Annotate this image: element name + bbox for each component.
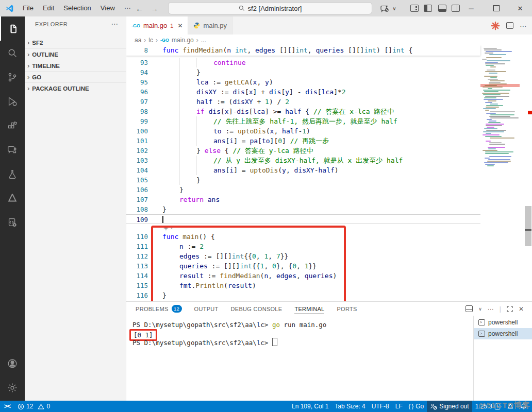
sidebar-section-go[interactable]: ›GO <box>25 71 126 82</box>
copilot-chevron-icon[interactable]: ∨ <box>391 0 398 16</box>
code-line-104[interactable]: 104ans[i] = uptoDis(y, disXY-half) <box>126 165 480 175</box>
panel-tab-output[interactable]: OUTPUT <box>194 304 219 314</box>
nav-forward-icon: → <box>151 4 158 13</box>
copilot-icon[interactable] <box>378 0 391 16</box>
menu-item-more[interactable]: ⋯ <box>120 0 136 16</box>
panel-tab-debug-console[interactable]: DEBUG CONSOLE <box>231 304 282 314</box>
notifications-bell-icon[interactable] <box>517 401 530 412</box>
maximize-button[interactable] <box>485 0 508 16</box>
go-file-icon: -GO <box>131 23 140 28</box>
menu-item-edit[interactable]: Edit <box>38 0 59 16</box>
editor-scrollbar[interactable] <box>525 206 531 246</box>
breadcrumb-item[interactable]: lc <box>148 37 153 44</box>
error-icon <box>18 403 24 410</box>
go-gopher-icon[interactable] <box>504 401 517 412</box>
search-view-icon[interactable] <box>0 41 25 65</box>
settings-gear-icon[interactable] <box>0 375 25 400</box>
code-editor[interactable]: 8func findMedian(n int, edges [][]int, q… <box>126 45 532 301</box>
tab-main-py[interactable]: main.py <box>188 16 232 35</box>
code-line-99[interactable]: 99// 先往上跳至多 half-1, 然后再跳一步, 就是至少 half <box>126 116 480 126</box>
run-debug-icon[interactable] <box>0 89 25 113</box>
nav-back-icon[interactable]: ← <box>136 4 143 13</box>
terminal-line[interactable]: PS D:\mysetup\gopath\src\sf2\aa\lc> <box>132 338 473 347</box>
line-number: 102 <box>126 146 148 156</box>
terminal-list-item[interactable]: >powershell <box>474 328 532 339</box>
sticky-scroll-line[interactable]: 8func findMedian(n int, edges [][]int, q… <box>126 45 480 56</box>
source-control-icon[interactable] <box>0 65 25 89</box>
minimize-button[interactable]: ─ <box>459 0 483 16</box>
breadcrumb-item[interactable]: main.go <box>172 37 194 44</box>
code-settings-icon[interactable] <box>0 210 25 234</box>
account-icon[interactable] <box>0 351 25 375</box>
code-line-98[interactable]: 98if dis[x]-dis[lca] >= half { // 答案在 x-… <box>126 107 480 116</box>
cursor-position[interactable]: Ln 109, Col 1 <box>289 401 331 412</box>
code-line-102[interactable]: 102} else { // 答案在 y-lca 路径中 <box>126 146 480 156</box>
terminal-output[interactable]: PS D:\mysetup\gopath\src\sf2\aa\lc> go r… <box>126 316 473 401</box>
extension-action-icon[interactable] <box>491 21 500 30</box>
sidebar-more-icon[interactable]: ⋯ <box>111 20 119 28</box>
chevron-right-icon: › <box>27 50 29 58</box>
maximize-panel-icon[interactable] <box>507 306 513 312</box>
command-center-search[interactable]: sf2 [Administrator] <box>168 2 372 14</box>
terminal-icon: > <box>478 331 485 337</box>
toggle-panel-icon[interactable] <box>436 0 448 16</box>
sidebar-section-package-outline[interactable]: ›PACKAGE OUTLINE <box>25 82 126 94</box>
panel-tab-problems[interactable]: PROBLEMS12 <box>136 303 182 315</box>
explorer-icon[interactable] <box>0 16 25 41</box>
status-bar: >< 12 0 Ln 109, Col 1 Tab Size: 4 UTF-8 … <box>0 401 532 412</box>
extensions-icon[interactable] <box>0 113 25 138</box>
editor-more-icon[interactable]: ⋯ <box>520 22 527 30</box>
panel-more-icon[interactable]: ··· <box>488 305 494 313</box>
code-line-107[interactable]: 107return ans <box>126 195 480 204</box>
go-version[interactable]: 1.25.3 <box>472 401 504 412</box>
toggle-primary-sidebar-icon[interactable] <box>422 0 434 16</box>
problems-status[interactable]: 12 0 <box>14 401 53 412</box>
go-view-icon[interactable] <box>0 186 25 210</box>
panel-tab-ports[interactable]: PORTS <box>337 304 357 314</box>
line-number: 97 <box>126 97 148 107</box>
remote-indicator[interactable]: >< <box>0 401 14 412</box>
eol-indicator[interactable]: LF <box>392 401 406 412</box>
line-number: 94 <box>126 67 148 77</box>
code-line-109[interactable]: 109 <box>126 214 480 224</box>
testing-icon[interactable] <box>0 162 25 186</box>
code-line-93[interactable]: 93continue <box>126 58 480 67</box>
split-terminal-icon[interactable] <box>466 305 473 312</box>
copilot-signed-out[interactable]: Signed out <box>427 401 472 412</box>
sidebar-section-sf2[interactable]: ›SF2 <box>25 37 126 48</box>
breadcrumb-item[interactable]: aa <box>135 37 141 44</box>
tab-close-icon[interactable]: ✕ <box>177 22 182 29</box>
tab-main-go[interactable]: -GO main.go 1 ✕ <box>126 16 188 35</box>
code-line-96[interactable]: 96disXY := dis[x] + dis[y] - dis[lca]*2 <box>126 87 480 97</box>
close-button[interactable]: ✕ <box>508 0 532 16</box>
split-chevron-icon[interactable]: ∨ <box>478 306 482 312</box>
line-number: 109 <box>126 215 148 225</box>
code-line-103[interactable]: 103// 从 y 出发至多 disXY-half, 就是从 x 出发至少 ha… <box>126 156 480 165</box>
code-line-8[interactable]: 8func findMedian(n int, edges [][]int, q… <box>126 45 480 55</box>
customize-layout-icon[interactable] <box>408 0 421 16</box>
terminal-list-item[interactable]: >powershell <box>474 317 532 328</box>
code-line-100[interactable]: 100to := uptoDis(x, half-1) <box>126 126 480 136</box>
panel-tab-terminal[interactable]: TERMINAL <box>294 304 324 314</box>
sidebar-section-outline[interactable]: ›OUTLINE <box>25 48 126 60</box>
sidebar-section-timeline[interactable]: ›TIMELINE <box>25 60 126 71</box>
code-line-106[interactable]: 106} <box>126 185 480 195</box>
close-panel-icon[interactable]: ✕ <box>519 305 524 313</box>
menu-item-selection[interactable]: Selection <box>59 0 95 16</box>
code-line-101[interactable]: 101ans[i] = pa[to][0] // 再跳一步 <box>126 136 480 146</box>
minimap[interactable] <box>480 46 520 170</box>
sidebar-title: EXPLORER <box>35 21 68 27</box>
breadcrumb-item[interactable]: ... <box>201 37 206 44</box>
chat-icon[interactable] <box>0 138 25 162</box>
code-line-105[interactable]: 105} <box>126 175 480 185</box>
tab-size[interactable]: Tab Size: 4 <box>331 401 368 412</box>
menu-item-file[interactable]: File <box>18 0 38 16</box>
menu-item-view[interactable]: View <box>96 0 120 16</box>
code-line-108[interactable]: 108} <box>126 204 480 214</box>
encoding[interactable]: UTF-8 <box>369 401 392 412</box>
code-line-97[interactable]: 97half := (disXY + 1) / 2 <box>126 97 480 107</box>
split-editor-icon[interactable] <box>506 22 513 29</box>
code-line-94[interactable]: 94} <box>126 67 480 77</box>
language-mode[interactable]: { }Go <box>406 401 427 412</box>
code-line-95[interactable]: 95lca := getLCA(x, y) <box>126 77 480 87</box>
